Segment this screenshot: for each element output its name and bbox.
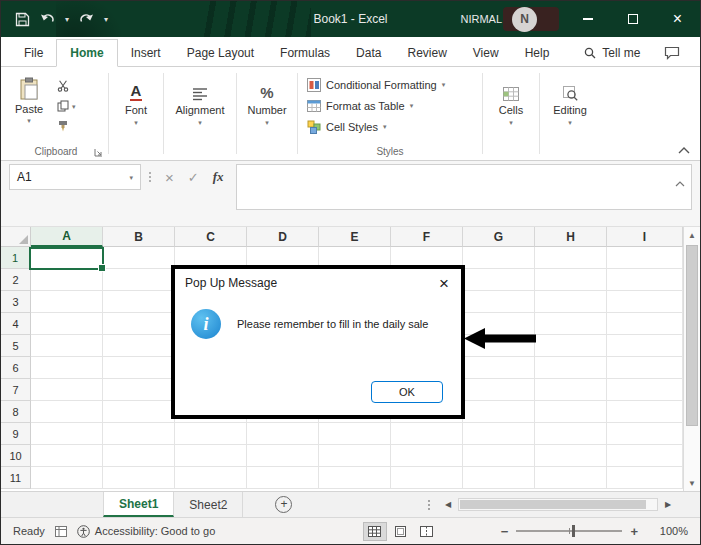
cell-I3[interactable] [607,291,683,313]
column-header-I[interactable]: I [607,227,683,247]
cell-A2[interactable] [31,269,103,291]
cell-A6[interactable] [31,357,103,379]
ok-button[interactable]: OK [371,381,443,403]
vertical-scroll-thumb[interactable] [686,245,698,426]
cell-A8[interactable] [31,401,103,423]
column-header-B[interactable]: B [103,227,175,247]
cell-G8[interactable] [463,401,535,423]
column-header-E[interactable]: E [319,227,391,247]
copy-icon[interactable]: ▾ [57,99,76,113]
copy-dropdown-caret[interactable]: ▾ [72,103,76,110]
zoom-slider-thumb[interactable] [572,525,575,537]
cell-G11[interactable] [463,467,535,489]
editing-group-button[interactable]: Editing ▾ [543,69,597,160]
row-header-9[interactable]: 9 [1,423,31,445]
sheet-tab-sheet2[interactable]: Sheet2 [174,492,243,517]
scroll-left-icon[interactable]: ◀ [440,497,456,513]
number-group-button[interactable]: % Number ▾ [240,69,294,160]
tab-view[interactable]: View [460,40,512,66]
cell-F9[interactable] [391,423,463,445]
cell-A11[interactable] [31,467,103,489]
cell-E9[interactable] [319,423,391,445]
column-header-C[interactable]: C [175,227,247,247]
cell-I9[interactable] [607,423,683,445]
cell-I11[interactable] [607,467,683,489]
column-header-F[interactable]: F [391,227,463,247]
cell-G1[interactable] [463,247,535,269]
cell-A10[interactable] [31,445,103,467]
expand-formula-bar-icon[interactable] [675,181,685,187]
cell-E11[interactable] [319,467,391,489]
cell-G10[interactable] [463,445,535,467]
cell-I7[interactable] [607,379,683,401]
paste-button[interactable]: Paste ▾ [7,73,51,133]
name-box[interactable]: A1 ▾ [9,164,141,190]
confirm-entry-icon[interactable]: ✓ [188,170,199,185]
scroll-down-icon[interactable]: ▼ [684,475,700,491]
cell-G7[interactable] [463,379,535,401]
row-header-8[interactable]: 8 [1,401,31,423]
tab-page-layout[interactable]: Page Layout [174,40,267,66]
tab-split-handle[interactable] [428,500,430,510]
cell-F11[interactable] [391,467,463,489]
collapse-ribbon-icon[interactable] [678,147,690,154]
row-header-10[interactable]: 10 [1,445,31,467]
cell-I5[interactable] [607,335,683,357]
cell-D10[interactable] [247,445,319,467]
cell-styles-button[interactable]: Cell Styles ▾ [307,116,475,137]
cell-A3[interactable] [31,291,103,313]
cell-I4[interactable] [607,313,683,335]
cell-B8[interactable] [103,401,175,423]
cell-B7[interactable] [103,379,175,401]
clipboard-dialog-launcher-icon[interactable] [94,148,103,157]
cell-B10[interactable] [103,445,175,467]
tab-file[interactable]: File [11,40,56,66]
row-header-5[interactable]: 5 [1,335,31,357]
zoom-in-icon[interactable]: + [630,524,638,539]
maximize-button[interactable] [610,1,655,37]
cell-G6[interactable] [463,357,535,379]
cell-B6[interactable] [103,357,175,379]
scroll-up-icon[interactable]: ▲ [684,227,700,243]
insert-function-icon[interactable]: fx [213,169,224,185]
cell-B1[interactable] [103,247,175,269]
zoom-level[interactable]: 100% [656,525,688,537]
vertical-scroll-track[interactable] [684,243,700,475]
page-break-view-icon[interactable] [415,522,439,541]
cell-H9[interactable] [535,423,607,445]
cell-A5[interactable] [31,335,103,357]
cancel-entry-icon[interactable]: × [165,169,174,186]
alignment-group-button[interactable]: Alignment ▾ [167,69,233,160]
column-header-D[interactable]: D [247,227,319,247]
cell-H7[interactable] [535,379,607,401]
cell-A7[interactable] [31,379,103,401]
cell-H4[interactable] [535,313,607,335]
cell-B2[interactable] [103,269,175,291]
tab-home[interactable]: Home [56,39,117,67]
cell-I2[interactable] [607,269,683,291]
font-group-button[interactable]: A Font ▾ [112,69,160,160]
cell-G3[interactable] [463,291,535,313]
cell-H6[interactable] [535,357,607,379]
cell-I8[interactable] [607,401,683,423]
formula-input[interactable] [236,164,692,210]
format-as-table-button[interactable]: Format as Table ▾ [307,95,475,116]
formula-bar-divider[interactable] [149,172,151,182]
cell-C10[interactable] [175,445,247,467]
new-sheet-button[interactable]: + [275,496,292,513]
column-header-A[interactable]: A [31,227,103,247]
row-header-7[interactable]: 7 [1,379,31,401]
comments-icon[interactable] [654,42,690,66]
normal-view-icon[interactable] [363,522,387,541]
cell-C9[interactable] [175,423,247,445]
user-name[interactable]: NIRMAL [460,13,502,25]
cells-group-button[interactable]: Cells ▾ [486,69,536,160]
tab-data[interactable]: Data [343,40,394,66]
cell-H10[interactable] [535,445,607,467]
tab-insert[interactable]: Insert [118,40,174,66]
cell-H5[interactable] [535,335,607,357]
cell-A9[interactable] [31,423,103,445]
cell-I1[interactable] [607,247,683,269]
cell-C11[interactable] [175,467,247,489]
tab-review[interactable]: Review [394,40,459,66]
